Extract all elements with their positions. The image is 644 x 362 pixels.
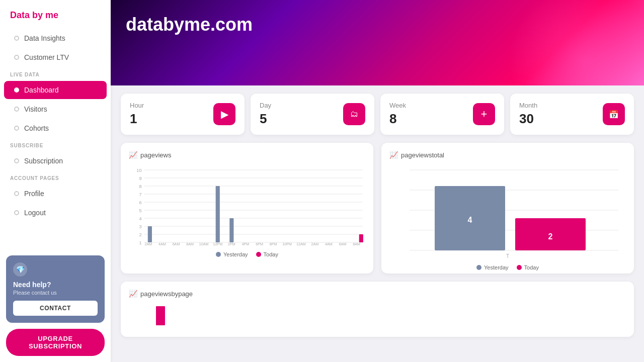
svg-text:5: 5 [139, 208, 141, 213]
svg-text:4PM: 4PM [242, 242, 250, 245]
svg-text:2AM: 2AM [311, 242, 319, 245]
stat-month: Month 30 📅 [510, 94, 634, 135]
sidebar-item-profile[interactable]: Profile [4, 185, 107, 203]
sidebar-item-label: Customer LTV [24, 53, 69, 61]
svg-text:2AM: 2AM [144, 242, 152, 245]
sidebar-item-subscription[interactable]: Subscription [4, 152, 107, 170]
stat-label-week: Week [389, 102, 406, 109]
svg-rect-22 [229, 218, 233, 242]
stat-icon-week: + [473, 103, 495, 125]
pageviews-svg: 10 8 7 6 5 4 3 2 1 9 [129, 165, 365, 245]
charts-row-1: 📈 pageviews 10 8 [111, 143, 644, 282]
help-subtitle: Please contact us [13, 290, 98, 296]
pageviews-bar-chart: 10 8 7 6 5 4 3 2 1 9 [129, 165, 365, 255]
help-box: 💎 Need help? Please contact us CONTACT [6, 255, 105, 323]
svg-text:10AM: 10AM [199, 242, 209, 245]
svg-text:6AM: 6AM [173, 242, 180, 245]
svg-rect-23 [359, 234, 363, 242]
svg-text:9: 9 [139, 176, 141, 181]
svg-text:3: 3 [139, 224, 141, 229]
svg-text:8: 8 [139, 184, 141, 189]
sidebar-item-data-insights[interactable]: Data Insights [4, 29, 107, 47]
stat-hour: Hour 1 ▶ [121, 94, 245, 135]
sidebar-item-cohorts[interactable]: Cohorts [4, 119, 107, 137]
pageviewstotal-title: pageviewstotal [401, 151, 444, 159]
svg-rect-21 [216, 186, 220, 242]
hero-title: databyme.com [126, 14, 253, 35]
section-label-account: ACCOUNT PAGES [0, 170, 111, 184]
legend-today-total: Today [517, 264, 539, 270]
svg-text:8PM: 8PM [270, 242, 277, 245]
legend-yesterday-label: Yesterday [223, 251, 248, 257]
legend-yesterday-total: Yesterday [476, 264, 509, 270]
nav-dot [14, 107, 19, 112]
legend-yesterday: Yesterday [216, 251, 248, 257]
stat-value-week: 8 [389, 111, 406, 127]
chart-icon-bypage: 📈 [129, 290, 137, 298]
contact-button[interactable]: CONTACT [13, 301, 98, 316]
stat-value-hour: 1 [130, 111, 144, 127]
nav-dot [14, 126, 19, 131]
stat-icon-day: 🗂 [343, 103, 365, 125]
svg-text:6AM: 6AM [339, 242, 347, 245]
svg-rect-50 [156, 306, 165, 325]
chart-icon: 📈 [129, 151, 137, 159]
hero-banner: databyme.com [111, 0, 644, 85]
legend-today-total-label: Today [524, 264, 539, 270]
svg-text:8AM: 8AM [353, 242, 360, 245]
stat-icon-hour: ▶ [213, 103, 235, 125]
charts-row-2: 📈 pageviewsbypage [111, 282, 644, 337]
sidebar-item-label: Cohorts [24, 124, 49, 132]
legend-dot-today-total [517, 265, 522, 270]
pageviews-title: pageviews [140, 151, 171, 159]
upgrade-button[interactable]: UPGRADE SUBSCRIPTION [6, 329, 105, 356]
legend-yesterday-total-label: Yesterday [484, 264, 509, 270]
stat-value-month: 30 [519, 111, 537, 127]
stat-label-month: Month [519, 102, 537, 109]
stats-row: Hour 1 ▶ Day 5 🗂 Week 8 + Month 30 📅 [111, 85, 644, 143]
pageviewstotal-bars: 4 2 T Yesterday Today [389, 165, 626, 265]
nav-dot [14, 55, 19, 60]
legend-today: Today [256, 251, 278, 257]
nav-dot [14, 36, 19, 41]
nav-dot [14, 210, 19, 215]
svg-text:12PM: 12PM [213, 242, 222, 245]
sidebar-item-visitors[interactable]: Visitors [4, 100, 107, 118]
svg-text:10: 10 [136, 168, 141, 173]
svg-text:T: T [506, 253, 509, 259]
stat-icon-month: 📅 [603, 103, 625, 125]
pageviewstotal-chart: 📈 pageviewstotal 4 2 [381, 143, 634, 274]
sidebar-item-label: Visitors [24, 105, 47, 113]
stat-week: Week 8 + [380, 94, 504, 135]
pageviewstotal-legend: Yesterday Today [389, 264, 626, 270]
pageviews-chart: 📈 pageviews 10 8 [121, 143, 373, 274]
sidebar-item-label: Data Insights [24, 34, 65, 42]
pageviewsbypage-preview [129, 304, 626, 329]
sidebar-item-label: Logout [24, 209, 46, 217]
section-label-live: LIVE DATA [0, 67, 111, 80]
sidebar: Data by me Data Insights Customer LTV LI… [0, 0, 111, 362]
sidebar-item-customer-ltv[interactable]: Customer LTV [4, 48, 107, 66]
sidebar-item-logout[interactable]: Logout [4, 204, 107, 222]
svg-text:4AM: 4AM [158, 242, 166, 245]
stat-day: Day 5 🗂 [251, 94, 374, 135]
nav-dot [14, 158, 19, 163]
nav-dot [14, 191, 19, 196]
svg-text:6PM: 6PM [256, 242, 263, 245]
pageviewstotal-svg: 4 2 T [389, 165, 626, 260]
section-label-subscribe: SUBSCRIBE [0, 138, 111, 151]
sidebar-item-label: Profile [24, 190, 44, 198]
sidebar-item-dashboard[interactable]: Dashboard [4, 81, 107, 99]
sidebar-item-label: Subscription [24, 157, 63, 165]
main-content: databyme.com Hour 1 ▶ Day 5 🗂 Week 8 + [111, 0, 644, 362]
svg-text:4AM: 4AM [325, 242, 333, 245]
legend-today-label: Today [264, 251, 278, 257]
pageviewsbypage-svg [129, 304, 626, 326]
stat-label-day: Day [260, 102, 271, 109]
svg-text:7: 7 [139, 192, 141, 197]
help-title: Need help? [13, 281, 98, 289]
svg-text:6: 6 [139, 200, 141, 205]
svg-text:12AM: 12AM [296, 242, 306, 245]
stat-label-hour: Hour [130, 102, 144, 109]
sidebar-bottom: 💎 Need help? Please contact us CONTACT U… [0, 249, 111, 362]
